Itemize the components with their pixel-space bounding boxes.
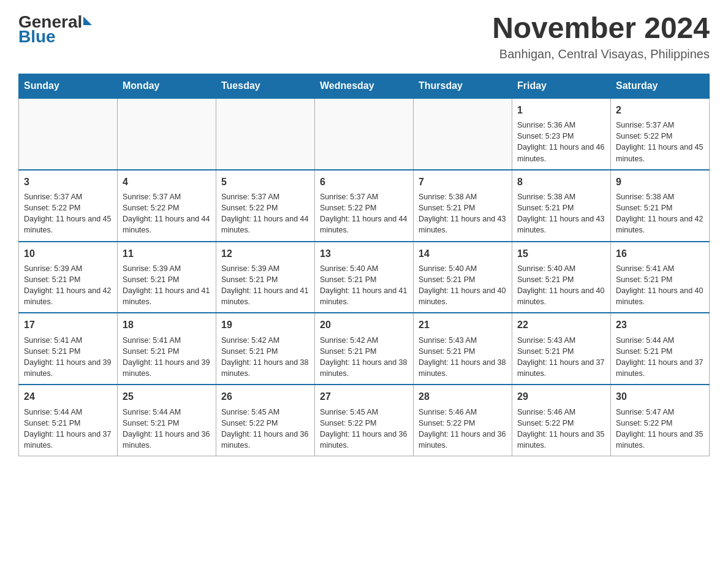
calendar-header-wednesday: Wednesday	[315, 74, 414, 98]
day-info: Sunrise: 5:37 AM Sunset: 5:22 PM Dayligh…	[320, 191, 408, 236]
day-number: 18	[123, 318, 211, 332]
day-info: Sunrise: 5:43 AM Sunset: 5:21 PM Dayligh…	[419, 335, 507, 380]
calendar-cell: 24Sunrise: 5:44 AM Sunset: 5:21 PM Dayli…	[19, 385, 118, 456]
day-number: 9	[616, 175, 704, 189]
day-info: Sunrise: 5:41 AM Sunset: 5:21 PM Dayligh…	[24, 335, 112, 380]
calendar-week-row: 3Sunrise: 5:37 AM Sunset: 5:22 PM Daylig…	[19, 170, 710, 242]
day-number: 16	[616, 247, 704, 261]
day-number: 10	[24, 247, 112, 261]
day-info: Sunrise: 5:46 AM Sunset: 5:22 PM Dayligh…	[419, 407, 507, 451]
logo: General Blue	[18, 12, 92, 47]
calendar-cell	[315, 98, 414, 170]
day-info: Sunrise: 5:41 AM Sunset: 5:21 PM Dayligh…	[123, 335, 211, 380]
day-info: Sunrise: 5:37 AM Sunset: 5:22 PM Dayligh…	[24, 191, 112, 236]
calendar-header-monday: Monday	[118, 74, 216, 98]
calendar-cell: 9Sunrise: 5:38 AM Sunset: 5:21 PM Daylig…	[611, 170, 710, 242]
day-number: 17	[24, 318, 112, 332]
day-number: 22	[517, 318, 605, 332]
calendar-header-sunday: Sunday	[19, 74, 118, 98]
page-header: General Blue November 2024 Banhigan, Cen…	[18, 12, 710, 61]
calendar-header-friday: Friday	[512, 74, 611, 98]
calendar-header-row: SundayMondayTuesdayWednesdayThursdayFrid…	[19, 74, 710, 98]
day-number: 8	[517, 175, 605, 189]
calendar-cell: 19Sunrise: 5:42 AM Sunset: 5:21 PM Dayli…	[216, 313, 315, 385]
day-info: Sunrise: 5:46 AM Sunset: 5:22 PM Dayligh…	[517, 407, 605, 451]
day-info: Sunrise: 5:44 AM Sunset: 5:21 PM Dayligh…	[616, 335, 704, 380]
calendar-cell: 4Sunrise: 5:37 AM Sunset: 5:22 PM Daylig…	[118, 170, 216, 242]
day-info: Sunrise: 5:40 AM Sunset: 5:21 PM Dayligh…	[517, 263, 605, 308]
day-number: 15	[517, 247, 605, 261]
logo-blue-text: Blue	[18, 27, 56, 47]
day-number: 27	[320, 390, 408, 404]
day-info: Sunrise: 5:37 AM Sunset: 5:22 PM Dayligh…	[221, 191, 309, 236]
day-number: 24	[24, 390, 112, 404]
day-info: Sunrise: 5:43 AM Sunset: 5:21 PM Dayligh…	[517, 335, 605, 380]
day-number: 28	[419, 390, 507, 404]
calendar-cell: 17Sunrise: 5:41 AM Sunset: 5:21 PM Dayli…	[19, 313, 118, 385]
day-info: Sunrise: 5:38 AM Sunset: 5:21 PM Dayligh…	[616, 191, 704, 236]
day-number: 3	[24, 175, 112, 189]
calendar-cell: 27Sunrise: 5:45 AM Sunset: 5:22 PM Dayli…	[315, 385, 414, 456]
day-number: 29	[517, 390, 605, 404]
calendar-cell: 2Sunrise: 5:37 AM Sunset: 5:22 PM Daylig…	[611, 98, 710, 170]
calendar-cell: 7Sunrise: 5:38 AM Sunset: 5:21 PM Daylig…	[414, 170, 512, 242]
calendar-cell: 15Sunrise: 5:40 AM Sunset: 5:21 PM Dayli…	[512, 242, 611, 313]
day-number: 30	[616, 390, 704, 404]
day-number: 26	[221, 390, 309, 404]
day-info: Sunrise: 5:44 AM Sunset: 5:21 PM Dayligh…	[24, 407, 112, 451]
calendar-cell: 5Sunrise: 5:37 AM Sunset: 5:22 PM Daylig…	[216, 170, 315, 242]
calendar-cell: 21Sunrise: 5:43 AM Sunset: 5:21 PM Dayli…	[414, 313, 512, 385]
day-number: 6	[320, 175, 408, 189]
day-info: Sunrise: 5:37 AM Sunset: 5:22 PM Dayligh…	[616, 120, 704, 164]
day-number: 2	[616, 104, 704, 117]
calendar-cell	[19, 98, 118, 170]
day-info: Sunrise: 5:40 AM Sunset: 5:21 PM Dayligh…	[320, 263, 408, 308]
day-number: 23	[616, 318, 704, 332]
calendar-header-saturday: Saturday	[611, 74, 710, 98]
day-info: Sunrise: 5:45 AM Sunset: 5:22 PM Dayligh…	[320, 407, 408, 451]
page-subtitle: Banhigan, Central Visayas, Philippines	[492, 47, 710, 61]
day-number: 19	[221, 318, 309, 332]
day-info: Sunrise: 5:47 AM Sunset: 5:22 PM Dayligh…	[616, 407, 704, 451]
calendar-cell: 10Sunrise: 5:39 AM Sunset: 5:21 PM Dayli…	[19, 242, 118, 313]
calendar-cell	[216, 98, 315, 170]
calendar-table: SundayMondayTuesdayWednesdayThursdayFrid…	[18, 74, 710, 456]
page-title: November 2024	[492, 12, 710, 45]
calendar-cell	[414, 98, 512, 170]
calendar-week-row: 17Sunrise: 5:41 AM Sunset: 5:21 PM Dayli…	[19, 313, 710, 385]
title-section: November 2024 Banhigan, Central Visayas,…	[492, 12, 710, 61]
day-info: Sunrise: 5:39 AM Sunset: 5:21 PM Dayligh…	[221, 263, 309, 308]
calendar-week-row: 24Sunrise: 5:44 AM Sunset: 5:21 PM Dayli…	[19, 385, 710, 456]
day-number: 25	[123, 390, 211, 404]
day-info: Sunrise: 5:39 AM Sunset: 5:21 PM Dayligh…	[123, 263, 211, 308]
day-info: Sunrise: 5:37 AM Sunset: 5:22 PM Dayligh…	[123, 191, 211, 236]
calendar-header-thursday: Thursday	[414, 74, 512, 98]
logo-triangle-icon	[83, 17, 92, 25]
calendar-cell: 13Sunrise: 5:40 AM Sunset: 5:21 PM Dayli…	[315, 242, 414, 313]
calendar-cell: 11Sunrise: 5:39 AM Sunset: 5:21 PM Dayli…	[118, 242, 216, 313]
calendar-cell: 20Sunrise: 5:42 AM Sunset: 5:21 PM Dayli…	[315, 313, 414, 385]
day-info: Sunrise: 5:36 AM Sunset: 5:23 PM Dayligh…	[517, 120, 605, 164]
day-number: 14	[419, 247, 507, 261]
calendar-cell	[118, 98, 216, 170]
calendar-cell: 23Sunrise: 5:44 AM Sunset: 5:21 PM Dayli…	[611, 313, 710, 385]
calendar-cell: 14Sunrise: 5:40 AM Sunset: 5:21 PM Dayli…	[414, 242, 512, 313]
day-info: Sunrise: 5:38 AM Sunset: 5:21 PM Dayligh…	[517, 191, 605, 236]
calendar-cell: 25Sunrise: 5:44 AM Sunset: 5:21 PM Dayli…	[118, 385, 216, 456]
calendar-cell: 26Sunrise: 5:45 AM Sunset: 5:22 PM Dayli…	[216, 385, 315, 456]
day-info: Sunrise: 5:41 AM Sunset: 5:21 PM Dayligh…	[616, 263, 704, 308]
day-number: 7	[419, 175, 507, 189]
day-info: Sunrise: 5:44 AM Sunset: 5:21 PM Dayligh…	[123, 407, 211, 451]
calendar-week-row: 10Sunrise: 5:39 AM Sunset: 5:21 PM Dayli…	[19, 242, 710, 313]
calendar-cell: 30Sunrise: 5:47 AM Sunset: 5:22 PM Dayli…	[611, 385, 710, 456]
calendar-cell: 3Sunrise: 5:37 AM Sunset: 5:22 PM Daylig…	[19, 170, 118, 242]
calendar-cell: 1Sunrise: 5:36 AM Sunset: 5:23 PM Daylig…	[512, 98, 611, 170]
day-number: 13	[320, 247, 408, 261]
calendar-cell: 22Sunrise: 5:43 AM Sunset: 5:21 PM Dayli…	[512, 313, 611, 385]
day-info: Sunrise: 5:38 AM Sunset: 5:21 PM Dayligh…	[419, 191, 507, 236]
day-info: Sunrise: 5:40 AM Sunset: 5:21 PM Dayligh…	[419, 263, 507, 308]
day-number: 12	[221, 247, 309, 261]
calendar-week-row: 1Sunrise: 5:36 AM Sunset: 5:23 PM Daylig…	[19, 98, 710, 170]
calendar-cell: 29Sunrise: 5:46 AM Sunset: 5:22 PM Dayli…	[512, 385, 611, 456]
day-info: Sunrise: 5:39 AM Sunset: 5:21 PM Dayligh…	[24, 263, 112, 308]
